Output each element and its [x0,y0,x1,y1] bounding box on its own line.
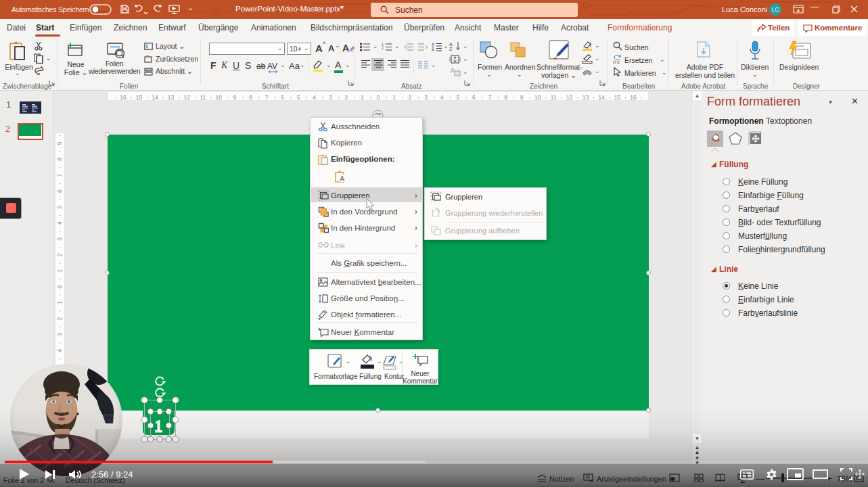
svg-text:1: 1 [56,301,63,304]
svg-text:9: 9 [520,94,524,101]
svg-text:7: 7 [265,94,269,101]
svg-text:1: 1 [56,269,63,273]
svg-text:12: 12 [566,94,573,101]
svg-text:10: 10 [534,94,541,101]
svg-text:8: 8 [56,158,63,161]
svg-text:Z: Z [449,47,453,51]
svg-text:15: 15 [614,94,621,101]
svg-text:11: 11 [551,94,557,101]
svg-text:8: 8 [249,94,252,101]
svg-text:3: 3 [329,94,332,101]
svg-text:16: 16 [630,94,637,101]
svg-text:7: 7 [56,173,63,177]
svg-text:2: 2 [56,317,63,320]
svg-text:2: 2 [56,253,63,256]
svg-text:8: 8 [504,94,507,101]
svg-text:c: c [617,59,620,64]
svg-text:3: 3 [56,333,63,336]
svg-text:4: 4 [313,94,316,101]
svg-text:4: 4 [56,349,63,352]
svg-text:A: A [340,175,345,183]
svg-text:4: 4 [56,221,63,225]
svg-text:2: 2 [345,94,348,101]
svg-text:16: 16 [120,94,127,101]
svg-text:15: 15 [136,94,143,101]
svg-text:10: 10 [216,94,223,101]
svg-text:12: 12 [183,94,190,101]
svg-text:6: 6 [281,94,284,101]
svg-text:11: 11 [200,94,206,101]
svg-text:1: 1 [392,94,396,101]
svg-text:A: A [449,42,453,47]
svg-text:5: 5 [456,94,459,101]
svg-text:5: 5 [56,206,63,209]
svg-text:7: 7 [488,94,492,101]
svg-text:1: 1 [361,94,364,101]
svg-text:6: 6 [472,94,476,101]
svg-text:3: 3 [424,94,428,101]
svg-text:14: 14 [152,94,158,101]
svg-text:9: 9 [233,94,237,101]
svg-text:9: 9 [56,141,63,145]
svg-text:0: 0 [56,285,63,288]
svg-text:5: 5 [297,94,300,101]
svg-text:13: 13 [168,94,175,101]
svg-text:b: b [613,59,616,64]
svg-text:3: 3 [56,237,63,241]
svg-text:0: 0 [377,94,380,101]
svg-text:14: 14 [598,94,605,101]
svg-text:2: 2 [382,46,384,50]
svg-text:13: 13 [583,94,589,101]
svg-text:2: 2 [409,94,412,101]
svg-text:6: 6 [56,189,63,193]
svg-text:4: 4 [440,94,444,101]
